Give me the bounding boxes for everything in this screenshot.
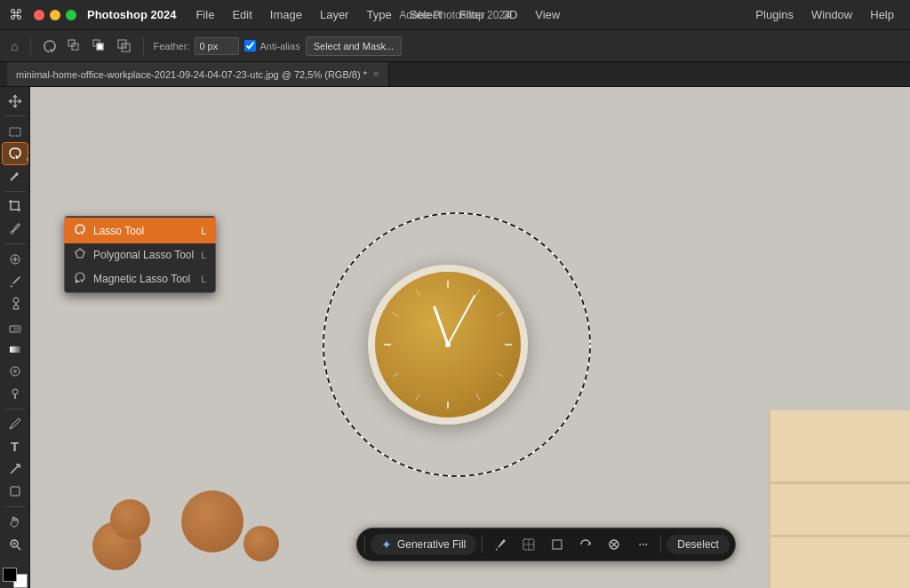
zoom-tool-btn[interactable]	[3, 534, 28, 554]
svg-line-27	[416, 393, 419, 400]
clock-ticks	[375, 272, 521, 417]
bt-divider-1	[482, 536, 483, 553]
close-button[interactable]	[34, 10, 44, 20]
eraser-tool-btn[interactable]	[3, 316, 28, 337]
menu-3d[interactable]: 3D	[496, 5, 525, 24]
document-tab[interactable]: minimal-home-office-workplace-2021-09-24…	[7, 62, 389, 86]
coaster-3	[110, 499, 150, 539]
bt-brush-btn[interactable]	[488, 532, 513, 557]
menu-help[interactable]: Help	[863, 5, 901, 24]
marquee-tool-btn[interactable]	[3, 121, 28, 141]
toolbar-sep-2	[4, 191, 26, 192]
bt-more-btn[interactable]: ···	[630, 532, 655, 557]
feather-input[interactable]	[195, 37, 239, 55]
eyedropper-tool-btn[interactable]	[3, 219, 28, 239]
bt-selection-btn[interactable]	[516, 532, 541, 557]
foreground-color-swatch[interactable]	[3, 568, 17, 582]
dodge-tool-btn[interactable]	[3, 384, 28, 404]
traffic-lights	[34, 10, 76, 20]
deselect-button[interactable]: Deselect	[667, 535, 730, 554]
menu-window[interactable]: Window	[804, 5, 859, 24]
ctx-lasso-tool[interactable]: Lasso Tool L	[65, 219, 215, 242]
clone-stamp-btn[interactable]	[3, 294, 28, 314]
lasso-subtract-btn[interactable]	[90, 36, 109, 56]
sparkle-icon: ✦	[381, 537, 392, 552]
left-toolbar: ▾	[0, 87, 30, 588]
options-divider-2	[143, 37, 144, 55]
svg-rect-8	[10, 128, 20, 136]
svg-line-22	[497, 313, 503, 316]
bt-erase-btn[interactable]	[602, 532, 627, 557]
menu-layer[interactable]: Layer	[313, 5, 356, 24]
color-swatches[interactable]	[3, 568, 28, 588]
svg-line-31	[416, 290, 419, 296]
tab-filename: minimal-home-office-workplace-2021-09-24…	[16, 69, 367, 80]
svg-point-16	[13, 369, 17, 373]
select-and-mask-button[interactable]: Select and Mask...	[306, 36, 403, 56]
lasso-add-btn[interactable]	[65, 36, 84, 56]
toolbar-sep-3	[4, 243, 26, 244]
options-bar: ⌂ Feather: Anti-alias Select and Mask...	[0, 30, 910, 62]
tab-close-btn[interactable]: ✕	[372, 69, 379, 79]
gradient-tool-btn[interactable]	[3, 338, 28, 359]
toolbar-sep-1	[4, 115, 26, 116]
pen-tool-btn[interactable]	[3, 414, 28, 434]
generative-fill-button[interactable]: ✦ Generative Fill	[371, 534, 476, 555]
shape-tool-btn[interactable]	[3, 481, 28, 502]
type-tool-btn[interactable]: T	[3, 436, 28, 457]
bt-crop-btn[interactable]	[545, 532, 570, 557]
hand-tool-btn[interactable]	[3, 512, 28, 532]
minimize-button[interactable]	[50, 10, 60, 20]
bt-rotate-btn[interactable]	[573, 532, 598, 557]
menu-plugins[interactable]: Plugins	[748, 5, 801, 24]
lasso-normal-btn[interactable]	[40, 36, 60, 56]
lasso-context-menu: Lasso Tool L Polygonal Lasso Tool L	[64, 216, 216, 293]
svg-point-11	[13, 298, 19, 303]
brush-tool-btn[interactable]	[3, 271, 28, 291]
menu-bar: ⌘ Photoshop 2024 File Edit Image Layer T…	[0, 0, 910, 30]
menu-file[interactable]: File	[188, 5, 221, 24]
menu-image[interactable]: Image	[263, 5, 309, 24]
menu-select[interactable]: Select	[403, 5, 449, 24]
svg-line-21	[476, 290, 480, 296]
options-divider-1	[30, 37, 31, 55]
blur-tool-btn[interactable]	[3, 361, 28, 381]
crop-tool-btn[interactable]	[3, 196, 28, 217]
move-tool-btn[interactable]	[3, 91, 28, 111]
svg-point-34	[445, 342, 451, 347]
clock	[368, 265, 528, 425]
menu-edit[interactable]: Edit	[225, 5, 259, 24]
svg-rect-39	[553, 540, 562, 549]
ctx-polygonal-shortcut: L	[201, 250, 206, 260]
lasso-tool-btn[interactable]: ▾	[3, 143, 28, 163]
toolbar-sep-4	[4, 409, 26, 409]
heal-tool-btn[interactable]	[3, 249, 28, 269]
magic-wand-btn[interactable]	[3, 166, 28, 187]
svg-rect-3	[97, 44, 103, 50]
ctx-magnetic-shortcut: L	[201, 274, 206, 284]
main-area: ▾	[0, 87, 910, 588]
lasso-sub-arrow: ▾	[26, 156, 29, 163]
ctx-magnetic-lasso[interactable]: Magnetic Lasso Tool L	[65, 266, 215, 290]
path-select-btn[interactable]	[3, 458, 28, 479]
lasso-intersect-btn[interactable]	[115, 36, 134, 56]
svg-rect-13	[13, 326, 20, 332]
menu-type[interactable]: Type	[359, 5, 398, 24]
coaster-4	[243, 526, 279, 561]
fullscreen-button[interactable]	[66, 10, 76, 20]
svg-point-37	[76, 281, 78, 283]
svg-rect-7	[122, 44, 126, 48]
canvas-area[interactable]: Lasso Tool L Polygonal Lasso Tool L	[30, 87, 910, 588]
svg-line-33	[448, 296, 475, 345]
menu-filter[interactable]: Filter	[452, 5, 492, 24]
ctx-lasso-shortcut: L	[201, 226, 206, 236]
svg-line-25	[476, 393, 480, 400]
gen-fill-label: Generative Fill	[397, 538, 466, 551]
menu-view[interactable]: View	[528, 5, 567, 24]
anti-alias-label[interactable]: Anti-alias	[244, 40, 299, 52]
shelf-divider-2	[770, 535, 910, 537]
ctx-polygonal-lasso[interactable]: Polygonal Lasso Tool L	[65, 242, 215, 266]
home-icon[interactable]: ⌂	[7, 37, 21, 55]
svg-rect-18	[11, 487, 20, 496]
anti-alias-checkbox[interactable]	[244, 40, 256, 52]
